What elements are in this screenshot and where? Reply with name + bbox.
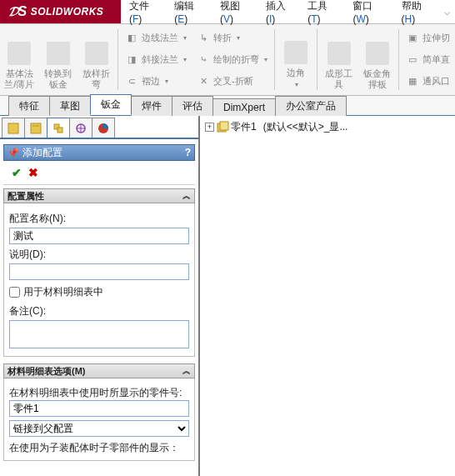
convert-sheetmetal-icon	[47, 42, 70, 65]
svg-rect-10	[220, 122, 228, 130]
sub-display-label: 在使用为子装配体时子零部件的显示：	[9, 442, 189, 453]
ribbon-convert-sheetmetal[interactable]: 转换到钣金	[38, 24, 77, 95]
edge-flange-icon: ◧	[125, 32, 138, 45]
property-manager-pane: 📌 添加配置 ? ✔ ✖ 配置属性 ︽ 配置名称(N): 说明(D):	[0, 116, 200, 476]
gusset-icon	[366, 42, 389, 65]
cancel-button[interactable]: ✖	[28, 166, 38, 179]
use-in-bom-checkbox[interactable]	[9, 287, 20, 298]
ribbon-hem[interactable]: ⊂褶边	[123, 73, 188, 89]
cross-break-icon: ✕	[197, 74, 210, 88]
base-flange-icon	[8, 42, 31, 65]
display-icon	[97, 122, 110, 135]
description-label: 说明(D):	[9, 248, 189, 262]
app-name: SOLIDWORKS	[31, 6, 104, 18]
property-title: 添加配置	[22, 146, 62, 160]
config-name-input[interactable]	[9, 228, 189, 244]
part-number-input[interactable]	[9, 400, 189, 417]
menu-window[interactable]: 窗口(W)	[349, 0, 391, 28]
svg-rect-4	[58, 128, 62, 133]
tab-weldments[interactable]: 焊件	[131, 96, 172, 116]
dimxpert-icon	[74, 122, 88, 135]
extruded-cut-icon: ▣	[406, 32, 419, 45]
ribbon-vent[interactable]: ▦通风口	[404, 73, 452, 89]
menu-insert[interactable]: 插入(I)	[262, 0, 298, 28]
svg-rect-0	[8, 123, 18, 133]
hem-icon: ⊂	[125, 74, 138, 88]
mgr-tab-configuration[interactable]	[47, 118, 70, 138]
ribbon-gusset[interactable]: 钣金角撑板	[358, 24, 397, 95]
use-in-bom-check[interactable]: 用于材料明细表中	[9, 285, 189, 299]
comment-input[interactable]	[9, 320, 189, 348]
link-config-select[interactable]: 链接到父配置	[9, 420, 189, 437]
config-name-label: 配置名称(N):	[9, 212, 189, 226]
app-logo: 𝓓S SOLIDWORKS	[0, 0, 121, 23]
ribbon-simple-straight[interactable]: ▭简单直	[404, 51, 452, 68]
command-tabs: 特征 草图 钣金 焊件 评估 DimXpert 办公室产品	[0, 96, 455, 116]
menu-view[interactable]: 视图(V)	[217, 0, 256, 28]
ribbon: 基体法兰/薄片 转换到钣金 放样折弯 ◧边线法兰 ◨斜接法兰 ⊂褶边 ↳转折 ⤷…	[0, 23, 455, 96]
tab-dimxpert[interactable]: DimXpert	[212, 98, 276, 116]
ribbon-base-flange[interactable]: 基体法兰/薄片	[0, 24, 38, 95]
simple-straight-icon: ▭	[406, 53, 419, 66]
ribbon-sketched-bend[interactable]: ⤷绘制的折弯	[195, 51, 269, 68]
tree-node-name: 零件1	[231, 120, 257, 134]
property-icon	[29, 122, 42, 135]
comment-label: 备注(C):	[9, 304, 189, 318]
forming-tool-icon	[328, 42, 351, 65]
part-icon	[216, 121, 229, 134]
group-header-config[interactable]: 配置属性 ︽	[3, 188, 195, 203]
ribbon-miter-flange[interactable]: ◨斜接法兰	[123, 51, 188, 68]
group-header-bom[interactable]: 材料明细表选项(M) ︽	[3, 363, 195, 378]
tab-sheet-metal[interactable]: 钣金	[90, 94, 132, 115]
group-bom-options: 材料明细表选项(M) ︽ 在材料明细表中使用时所显示的零件号: 链接到父配置 在…	[3, 363, 195, 461]
collapse-icon: ︽	[182, 365, 191, 377]
menu-tools[interactable]: 工具(T)	[304, 0, 342, 28]
tab-features[interactable]: 特征	[8, 96, 50, 116]
flyout-tree-root[interactable]: + 零件1 (默认<<默认>_显...	[205, 118, 450, 136]
tree-node-suffix: (默认<<默认>_显...	[263, 120, 348, 134]
menu-edit[interactable]: 编辑(E)	[171, 0, 210, 28]
ribbon-corner[interactable]: 边角	[277, 24, 315, 95]
ds-mark: 𝓓S	[8, 4, 28, 19]
menu-help[interactable]: 帮助(H)	[398, 0, 438, 28]
description-input[interactable]	[9, 263, 189, 280]
tab-evaluate[interactable]: 评估	[172, 96, 213, 116]
tab-office-products[interactable]: 办公室产品	[275, 96, 347, 116]
expand-icon[interactable]: +	[205, 123, 214, 132]
mgr-tab-feature[interactable]	[2, 118, 25, 138]
ribbon-forming-tool[interactable]: 成形工具	[319, 24, 358, 95]
jog-icon: ↳	[197, 32, 210, 45]
property-title-bar: 📌 添加配置 ?	[3, 144, 195, 161]
ribbon-cross-break[interactable]: ✕交叉-折断	[195, 73, 269, 89]
menu-bar: 文件(F) 编辑(E) 视图(V) 插入(I) 工具(T) 窗口(W) 帮助(H…	[121, 0, 455, 23]
menu-chevron-icon[interactable]: ⌵	[444, 6, 450, 18]
help-icon[interactable]: ?	[185, 147, 191, 158]
ribbon-extruded-cut[interactable]: ▣拉伸切	[404, 30, 452, 47]
configuration-icon	[52, 122, 65, 135]
sketched-bend-icon: ⤷	[197, 53, 210, 66]
ribbon-jog[interactable]: ↳转折	[195, 30, 269, 47]
ribbon-loft-bend[interactable]: 放样折弯	[78, 24, 116, 95]
tab-sketch[interactable]: 草图	[49, 96, 91, 116]
collapse-icon: ︽	[182, 190, 191, 202]
ribbon-edge-flange[interactable]: ◧边线法兰	[123, 30, 188, 47]
menu-file[interactable]: 文件(F)	[126, 0, 164, 28]
mgr-tab-display[interactable]	[92, 118, 115, 138]
vent-icon: ▦	[406, 74, 419, 88]
mgr-tab-property[interactable]	[24, 118, 48, 138]
mgr-tab-dimxpert[interactable]	[69, 118, 92, 138]
corner-icon	[284, 41, 308, 64]
loft-bend-icon	[85, 42, 108, 65]
pushpin-icon[interactable]: 📌	[8, 148, 19, 158]
miter-flange-icon: ◨	[125, 53, 138, 66]
svg-rect-1	[31, 123, 41, 133]
ok-button[interactable]: ✔	[12, 166, 22, 179]
group-config-properties: 配置属性 ︽ 配置名称(N): 说明(D): 用于材料明细表中 备注(C):	[3, 188, 195, 357]
part-number-label: 在材料明细表中使用时所显示的零件号:	[9, 387, 189, 398]
graphics-area[interactable]: + 零件1 (默认<<默认>_显...	[200, 116, 455, 476]
feature-tree-icon	[7, 122, 20, 135]
